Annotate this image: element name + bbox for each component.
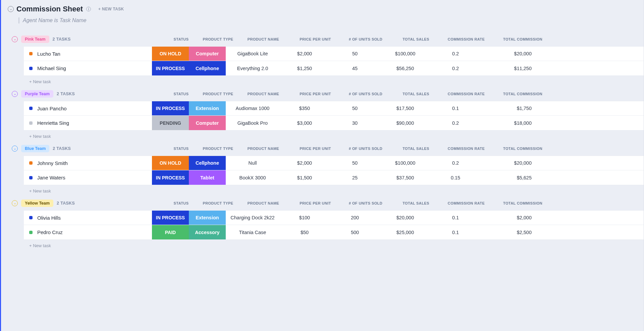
- sales-cell[interactable]: $100,000: [380, 47, 430, 61]
- status-badge[interactable]: ON HOLD: [152, 156, 189, 170]
- info-icon[interactable]: i: [86, 7, 91, 11]
- price-cell[interactable]: $1,250: [279, 61, 330, 75]
- team-pill[interactable]: Purple Team: [21, 90, 53, 98]
- column-header[interactable]: # OF UNITS SOLD: [340, 92, 391, 96]
- product-type-badge[interactable]: Tablet: [189, 170, 226, 185]
- units-cell[interactable]: 30: [330, 116, 380, 130]
- table-row[interactable]: Jane WatersIN PROCESSTabletBookX 3000$1,…: [24, 170, 644, 185]
- product-type-badge[interactable]: Extension: [189, 101, 226, 115]
- column-header[interactable]: PRODUCT NAME: [236, 37, 290, 41]
- sales-cell[interactable]: $25,000: [380, 225, 430, 239]
- column-header[interactable]: PRODUCT NAME: [236, 147, 290, 151]
- rate-cell[interactable]: 0.2: [430, 47, 481, 61]
- column-header[interactable]: # OF UNITS SOLD: [340, 147, 391, 151]
- table-row[interactable]: Michael SingIN PROCESSCellphoneEverythin…: [24, 61, 644, 76]
- column-header[interactable]: PRICE PER UNIT: [290, 201, 340, 205]
- status-badge[interactable]: IN PROCESS: [152, 61, 189, 75]
- sales-cell[interactable]: $37,500: [380, 170, 430, 185]
- product-name-cell[interactable]: GigaBook Pro: [226, 116, 279, 130]
- units-cell[interactable]: 500: [330, 225, 380, 239]
- column-header[interactable]: TOTAL COMMISSION: [491, 37, 548, 41]
- product-type-badge[interactable]: Computer: [189, 47, 226, 61]
- rate-cell[interactable]: 0.2: [430, 61, 481, 75]
- column-header[interactable]: COMMISSION RATE: [441, 92, 491, 96]
- table-row[interactable]: Johnny SmithON HOLDCellphoneNull$2,00050…: [24, 156, 644, 170]
- agent-name-cell[interactable]: Olivia Hills: [24, 211, 152, 225]
- new-task-button[interactable]: + New task: [24, 185, 51, 194]
- price-cell[interactable]: $100: [279, 211, 330, 225]
- column-header[interactable]: STATUS: [163, 201, 200, 205]
- new-task-button[interactable]: + New task: [24, 76, 51, 84]
- collapse-group-icon[interactable]: [12, 36, 18, 42]
- agent-name-cell[interactable]: Jane Waters: [24, 170, 152, 185]
- agent-name-cell[interactable]: Lucho Tan: [24, 47, 152, 61]
- column-header[interactable]: PRICE PER UNIT: [290, 37, 340, 41]
- table-row[interactable]: Juan PanchoIN PROCESSExtensionAudiomax 1…: [24, 101, 644, 116]
- sales-cell[interactable]: $90,000: [380, 116, 430, 130]
- sales-cell[interactable]: $17,500: [380, 101, 430, 115]
- column-header[interactable]: COMMISSION RATE: [441, 201, 491, 205]
- new-task-button[interactable]: + New task: [24, 240, 51, 248]
- product-name-cell[interactable]: BookX 3000: [226, 170, 279, 185]
- units-cell[interactable]: 45: [330, 61, 380, 75]
- rate-cell[interactable]: 0.15: [430, 170, 481, 185]
- product-name-cell[interactable]: Everything 2.0: [226, 61, 279, 75]
- column-header[interactable]: PRODUCT TYPE: [200, 92, 236, 96]
- units-cell[interactable]: 50: [330, 47, 380, 61]
- column-header[interactable]: STATUS: [163, 92, 200, 96]
- status-badge[interactable]: IN PROCESS: [152, 211, 189, 225]
- new-task-button-top[interactable]: + NEW TASK: [98, 7, 124, 11]
- status-badge[interactable]: IN PROCESS: [152, 170, 189, 185]
- price-cell[interactable]: $50: [279, 225, 330, 239]
- commission-cell[interactable]: $11,250: [481, 61, 538, 75]
- agent-name-cell[interactable]: Juan Pancho: [24, 101, 152, 115]
- price-cell[interactable]: $3,000: [279, 116, 330, 130]
- collapse-group-icon[interactable]: [12, 146, 18, 152]
- agent-name-cell[interactable]: Michael Sing: [24, 61, 152, 75]
- column-header[interactable]: COMMISSION RATE: [441, 147, 491, 151]
- sales-cell[interactable]: $56,250: [380, 61, 430, 75]
- column-header[interactable]: # OF UNITS SOLD: [340, 37, 391, 41]
- units-cell[interactable]: 25: [330, 170, 380, 185]
- table-row[interactable]: Lucho TanON HOLDComputerGigaBook Lite$2,…: [24, 46, 644, 61]
- column-header[interactable]: PRODUCT TYPE: [200, 201, 236, 205]
- commission-cell[interactable]: $2,500: [481, 225, 538, 239]
- column-header[interactable]: TOTAL SALES: [391, 37, 441, 41]
- column-header[interactable]: PRODUCT TYPE: [200, 37, 236, 41]
- product-type-badge[interactable]: Computer: [189, 116, 226, 130]
- status-badge[interactable]: ON HOLD: [152, 47, 189, 61]
- team-pill[interactable]: Blue Team: [21, 145, 49, 152]
- agent-name-cell[interactable]: Pedro Cruz: [24, 225, 152, 239]
- column-header[interactable]: PRICE PER UNIT: [290, 92, 340, 96]
- new-task-button[interactable]: + New task: [24, 130, 51, 139]
- rate-cell[interactable]: 0.1: [430, 225, 481, 239]
- product-name-cell[interactable]: GigaBook Lite: [226, 47, 279, 61]
- product-name-cell[interactable]: Charging Dock 2k22: [226, 211, 279, 225]
- commission-cell[interactable]: $20,000: [481, 47, 538, 61]
- team-pill[interactable]: Yellow Team: [21, 200, 53, 207]
- column-header[interactable]: TOTAL COMMISSION: [491, 147, 548, 151]
- rate-cell[interactable]: 0.2: [430, 156, 481, 170]
- column-header[interactable]: TOTAL SALES: [391, 147, 441, 151]
- column-header[interactable]: COMMISSION RATE: [441, 37, 491, 41]
- column-header[interactable]: PRODUCT NAME: [236, 201, 290, 205]
- product-type-badge[interactable]: Accessory: [189, 225, 226, 239]
- column-header[interactable]: TOTAL COMMISSION: [491, 201, 548, 205]
- table-row[interactable]: Pedro CruzPAIDAccessoryTitania Case$5050…: [24, 225, 644, 240]
- collapse-group-icon[interactable]: [12, 91, 18, 97]
- price-cell[interactable]: $1,500: [279, 170, 330, 185]
- commission-cell[interactable]: $2,000: [481, 211, 538, 225]
- column-header[interactable]: STATUS: [163, 37, 200, 41]
- product-type-badge[interactable]: Cellphone: [189, 156, 226, 170]
- agent-name-cell[interactable]: Henrietta Sing: [24, 116, 152, 130]
- commission-cell[interactable]: $18,000: [481, 116, 538, 130]
- table-row[interactable]: Olivia HillsIN PROCESSExtensionCharging …: [24, 210, 644, 225]
- units-cell[interactable]: 200: [330, 211, 380, 225]
- column-header[interactable]: PRICE PER UNIT: [290, 147, 340, 151]
- column-header[interactable]: TOTAL SALES: [391, 92, 441, 96]
- column-header[interactable]: TOTAL COMMISSION: [491, 92, 548, 96]
- column-header[interactable]: # OF UNITS SOLD: [340, 201, 391, 205]
- price-cell[interactable]: $2,000: [279, 156, 330, 170]
- price-cell[interactable]: $2,000: [279, 47, 330, 61]
- table-row[interactable]: Henrietta SingPENDINGComputerGigaBook Pr…: [24, 116, 644, 130]
